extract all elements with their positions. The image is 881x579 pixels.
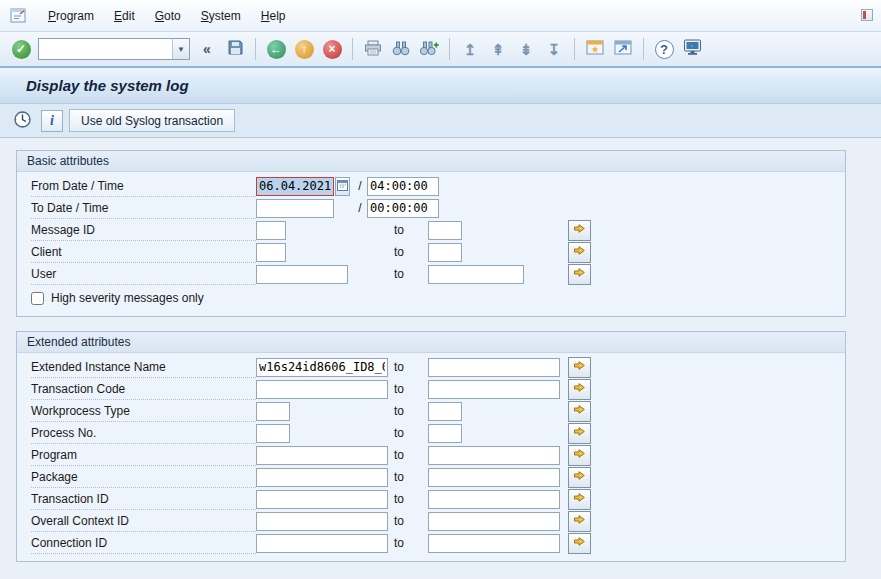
save-button[interactable]: [222, 36, 248, 62]
cancel-button[interactable]: ×: [319, 36, 345, 62]
to-date-time-label: To Date / Time: [31, 197, 256, 219]
high-severity-checkbox-label[interactable]: High severity messages only: [51, 291, 204, 305]
page-up-icon: ⇞: [492, 42, 505, 57]
multi-select-arrow-icon: [573, 469, 586, 485]
workprocess-type-input[interactable]: [256, 402, 290, 421]
transaction-code-multi-select-button[interactable]: [568, 379, 591, 400]
multi-select-arrow-icon: [573, 266, 586, 282]
menu-goto[interactable]: Goto: [145, 6, 191, 26]
process-no-to-input[interactable]: [428, 424, 462, 443]
find-button[interactable]: [388, 36, 414, 62]
menu-program[interactable]: Program: [38, 6, 104, 26]
multi-select-arrow-icon: [573, 425, 586, 441]
exit-button[interactable]: ↑: [291, 36, 317, 62]
from-date-input[interactable]: [256, 177, 334, 196]
connection-id-multi-select-button[interactable]: [568, 533, 591, 554]
message-id-input[interactable]: [256, 221, 286, 240]
overall-context-id-input[interactable]: [256, 512, 388, 531]
overall-context-id-to-input[interactable]: [428, 512, 560, 531]
help-button[interactable]: ?: [651, 36, 677, 62]
info-button[interactable]: i: [41, 110, 63, 132]
binoculars-plus-icon: [420, 40, 439, 59]
from-date-time-row: From Date / Time /: [17, 175, 845, 197]
message-id-multi-select-button[interactable]: [568, 220, 591, 241]
title-bar: Display the system log: [0, 68, 881, 104]
high-severity-checkbox[interactable]: [31, 292, 44, 305]
menu-system[interactable]: System: [191, 6, 251, 26]
find-next-button[interactable]: [416, 36, 442, 62]
to-time-input[interactable]: [367, 199, 439, 218]
transaction-code-to-input[interactable]: [428, 380, 560, 399]
transaction-id-to-input[interactable]: [428, 490, 560, 509]
first-page-button[interactable]: ↥: [457, 36, 483, 62]
user-to-input[interactable]: [428, 265, 524, 284]
overall-context-id-multi-select-button[interactable]: [568, 511, 591, 532]
user-input[interactable]: [256, 265, 348, 284]
multi-select-arrow-icon: [573, 244, 586, 260]
create-shortcut-button[interactable]: [610, 36, 636, 62]
clock-icon: [13, 110, 32, 132]
extended-instance-name-input[interactable]: [256, 358, 388, 377]
to-label: to: [394, 360, 428, 374]
to-label: to: [394, 426, 428, 440]
workprocess-type-multi-select-button[interactable]: [568, 401, 591, 422]
date-picker-button[interactable]: [335, 177, 350, 196]
extended-instance-name-multi-select-button[interactable]: [568, 357, 591, 378]
connection-id-input[interactable]: [256, 534, 388, 553]
basic-attributes-body: From Date / Time / To Date / Time: [17, 172, 845, 316]
process-no-input[interactable]: [256, 424, 290, 443]
program-input[interactable]: [256, 446, 388, 465]
print-button[interactable]: [360, 36, 386, 62]
page-down-button[interactable]: ⇟: [513, 36, 539, 62]
page-up-button[interactable]: ⇞: [485, 36, 511, 62]
printer-icon: [364, 40, 382, 59]
client-input[interactable]: [256, 243, 286, 262]
client-to-input[interactable]: [428, 243, 462, 262]
process-no-multi-select-button[interactable]: [568, 423, 591, 444]
message-id-label: Message ID: [31, 219, 256, 241]
package-input[interactable]: [256, 468, 388, 487]
back-button[interactable]: ←: [263, 36, 289, 62]
customize-layout-button[interactable]: [679, 36, 705, 62]
to-label: to: [394, 223, 428, 237]
new-session-button[interactable]: [582, 36, 608, 62]
command-dropdown-button[interactable]: ▼: [172, 39, 189, 59]
execute-button[interactable]: [10, 108, 35, 133]
client-multi-select-button[interactable]: [568, 242, 591, 263]
extended-instance-name-to-input[interactable]: [428, 358, 560, 377]
transaction-id-multi-select-button[interactable]: [568, 489, 591, 510]
transaction-id-row: Transaction ID to: [17, 488, 845, 510]
back-arrow-icon: ←: [267, 40, 286, 59]
standard-toolbar: ✓ ▼ « ← ↑ × ↥ ⇞: [0, 32, 881, 68]
enter-button[interactable]: ✓: [8, 36, 34, 62]
program-label: Program: [31, 444, 256, 466]
multi-select-arrow-icon: [573, 513, 586, 529]
user-row: User to: [17, 263, 845, 285]
old-syslog-button[interactable]: Use old Syslog transaction: [69, 109, 235, 132]
workprocess-type-label: Workprocess Type: [31, 400, 256, 422]
menu-edit[interactable]: Edit: [104, 6, 145, 26]
calendar-icon: [337, 179, 348, 194]
user-multi-select-button[interactable]: [568, 264, 591, 285]
multi-select-arrow-icon: [573, 491, 586, 507]
program-to-input[interactable]: [428, 446, 560, 465]
client-label: Client: [31, 241, 256, 263]
to-date-input[interactable]: [256, 199, 334, 218]
workprocess-type-to-input[interactable]: [428, 402, 462, 421]
connection-id-to-input[interactable]: [428, 534, 560, 553]
menu-help[interactable]: Help: [251, 6, 296, 26]
transaction-id-input[interactable]: [256, 490, 388, 509]
monitor-icon: [683, 39, 702, 59]
program-multi-select-button[interactable]: [568, 445, 591, 466]
command-input[interactable]: [39, 39, 172, 59]
package-to-input[interactable]: [428, 468, 560, 487]
to-label: to: [394, 404, 428, 418]
message-id-to-input[interactable]: [428, 221, 462, 240]
sap-system-icon[interactable]: [10, 8, 26, 23]
transaction-code-input[interactable]: [256, 380, 388, 399]
collapse-command-button[interactable]: «: [194, 36, 220, 62]
last-page-button[interactable]: ↧: [541, 36, 567, 62]
package-multi-select-button[interactable]: [568, 467, 591, 488]
from-time-input[interactable]: [367, 177, 439, 196]
overall-context-id-row: Overall Context ID to: [17, 510, 845, 532]
